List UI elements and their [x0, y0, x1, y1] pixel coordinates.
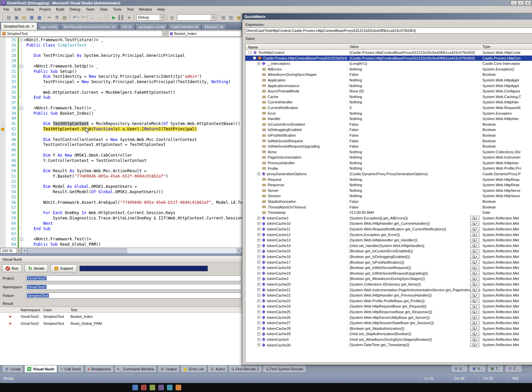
watch-row[interactable]: +tokenCache22{System.Web.IHttpHandler ge… [245, 293, 532, 298]
watch-row[interactable]: +tokenCache14{Void set_Handler(System.We… [245, 243, 532, 249]
code-text[interactable]: Dim Y As New OMSK1.Omsk.CabController [24, 153, 242, 158]
code-text[interactable]: Dim Result As System.Web.Mvc.ActionResul… [24, 169, 242, 174]
collapse-icon[interactable]: - [253, 57, 256, 60]
close-icon[interactable]: ✕ [32, 25, 34, 28]
grid-col-value[interactable]: Value [347, 44, 480, 50]
collapse-toggle-icon[interactable]: - [20, 39, 23, 42]
breakpoint-margin[interactable] [0, 153, 6, 158]
watch-row[interactable]: ProfileNothingSystem.Web.Profile.Pro [245, 166, 532, 171]
expand-icon[interactable]: + [257, 217, 260, 220]
expand-icon[interactable]: + [257, 272, 260, 275]
tab-right-1[interactable]: ▤S... [451, 365, 468, 372]
doc-tab-app-config[interactable]: app.config [38, 23, 61, 30]
breakpoint-margin[interactable] [0, 158, 6, 164]
breakpoint-margin[interactable] [0, 190, 6, 195]
watch-row[interactable]: AllowAsyncDuringSyncStagesFalseBoolean [245, 72, 532, 77]
watch-row[interactable]: +tokenCache15{Boolean get_IsCustomErrorE… [245, 248, 532, 254]
watch-row[interactable]: IsWebSocketRequestFalseBoolean [245, 138, 532, 144]
minimize-button[interactable]: ─ [511, 1, 517, 5]
menu-project[interactable]: Project [37, 6, 53, 12]
expand-icon[interactable]: + [257, 244, 260, 247]
watch-row[interactable]: +tokenCache20{System.Collections.IDictio… [245, 282, 532, 287]
fixture-input[interactable]: SimplestTest [26, 293, 241, 299]
breakpoint-margin[interactable] [0, 163, 6, 169]
expand-icon[interactable]: + [257, 343, 260, 346]
menu-data[interactable]: Data [97, 6, 110, 12]
watch-row[interactable]: +tokenCache21{System.Web.Instrumentation… [245, 287, 532, 293]
watch-row[interactable]: CacheNothingSystem.Web.Caching.C [245, 94, 532, 100]
watch-row[interactable]: AsyncPreloadModeNone {0}System.Web.Confi… [245, 88, 532, 94]
collapse-toggle-icon[interactable]: - [20, 238, 23, 241]
menu-team[interactable]: Team [83, 6, 97, 12]
menu-tools[interactable]: Tools [110, 6, 124, 12]
visualizer-button[interactable]: ▾ [470, 216, 479, 220]
code-text[interactable]: TestPrincipal = New Security.Principal.G… [24, 79, 242, 85]
editor-hscrollbar[interactable]: 100 % ▾ ◂ ▸ [0, 247, 242, 253]
outlining-margin[interactable]: - [19, 64, 24, 69]
menu-build[interactable]: Build [54, 6, 67, 12]
visualizer-button[interactable]: ▾ [470, 332, 479, 336]
grid-col-type[interactable]: Type [480, 44, 532, 50]
expand-icon[interactable]: + [257, 62, 260, 65]
visualizer-button[interactable]: ▾ [470, 227, 479, 231]
code-editor[interactable]: 25-<NUnit.Framework.TestFixture()> _26 P… [0, 38, 242, 247]
maximize-button[interactable]: □ [518, 1, 524, 5]
breakpoint-margin[interactable] [0, 116, 6, 121]
watch-row[interactable]: ErrorNothingSystem.Exception [245, 111, 532, 116]
watch-row[interactable]: IsPostNotificationFalseBoolean [245, 133, 532, 138]
breakpoint-margin[interactable] [0, 132, 6, 137]
code-text[interactable] [24, 116, 242, 121]
code-text[interactable]: TestHttpContext.Stub(Function(x) x.User)… [24, 127, 242, 132]
doc-tab-mvcresultextensionfunction-vb[interactable]: MvcResultExtensionFunction.vb [61, 23, 119, 30]
find-in-files-icon[interactable]: ▥ [219, 14, 227, 21]
breakpoint-margin[interactable] [0, 79, 6, 85]
collapse-toggle-icon[interactable]: - [20, 107, 23, 110]
dialog-titlebar[interactable]: QuickWatch [242, 14, 532, 20]
chevron-down-icon[interactable]: ▾ [162, 31, 167, 36]
code-text[interactable]: TestControllerContext.HttpContext = Test… [24, 142, 242, 148]
breakpoint-margin[interactable] [0, 53, 6, 59]
tab-breakpoints[interactable]: ●Breakpoints [85, 365, 114, 373]
expand-icon[interactable]: + [257, 322, 260, 325]
chevron-down-icon[interactable]: ▾ [85, 16, 87, 19]
doc-tab-packages-config[interactable]: packages.config [135, 23, 168, 30]
zoom-selector[interactable]: 100 % ▾ [0, 248, 22, 253]
code-text[interactable]: End Sub [24, 226, 242, 232]
visualizer-button[interactable]: ▾ [470, 326, 479, 330]
code-text[interactable]: Public Sub Basket_Index() [24, 111, 242, 116]
visualizer-button[interactable]: ▾ [470, 299, 479, 303]
code-text[interactable]: Dim TestHttpContext = MockRepository.Gen… [24, 121, 242, 127]
code-text[interactable]: Dim TestIdentity = New Security.Principa… [24, 74, 242, 79]
member-dropdown[interactable]: Basket_Index [168, 31, 241, 37]
expand-icon[interactable]: + [257, 311, 260, 314]
close-button[interactable]: × [525, 1, 531, 5]
expand-icon[interactable]: + [257, 228, 260, 231]
visualizer-button[interactable]: ▾ [470, 232, 479, 237]
breakpoint-margin[interactable] [0, 38, 6, 43]
scroll-right-button[interactable]: ▸ [236, 248, 242, 253]
watch-row[interactable]: ItemsNothingSystem.Collections.IDic [245, 149, 532, 155]
taskbar-app-icon[interactable] [176, 385, 181, 390]
collapse-icon[interactable]: - [249, 51, 252, 54]
code-text[interactable] [24, 148, 242, 153]
expand-icon[interactable]: + [257, 239, 260, 242]
watch-row[interactable]: +__interceptors{Length=1}Castle.Core.Int… [245, 61, 532, 66]
visualizer-button[interactable]: ▾ [470, 221, 479, 226]
code-text[interactable]: Dim Model As Global.OMSK1.AspnetUsers = [24, 184, 242, 190]
visualizer-button[interactable]: ▾ [470, 238, 479, 242]
breakpoint-margin[interactable] [0, 74, 6, 79]
watch-row[interactable]: SkipAuthorizationFalseBoolean [245, 199, 532, 204]
doc-tab-module1-vb[interactable]: Module1.vb [201, 23, 226, 30]
breakpoint-margin[interactable] [0, 231, 6, 237]
breakpoint-margin[interactable] [0, 69, 6, 74]
code-text[interactable]: <NUnit.Framework.Test()> _ [24, 106, 242, 111]
watch-row[interactable]: ApplicationInstanceNothingSystem.Web.Htt… [245, 83, 532, 89]
breakpoint-margin[interactable] [0, 237, 6, 242]
expand-icon[interactable]: + [257, 283, 260, 286]
code-text[interactable]: <NUnit.Framework.TestFixture()> _ [24, 38, 242, 43]
expand-icon[interactable]: + [257, 261, 260, 264]
menu-debug[interactable]: Debug [67, 6, 83, 12]
run-button[interactable]: Run [2, 264, 22, 272]
solution-explorer-icon[interactable]: ▣ [235, 14, 242, 21]
code-text[interactable]: Dim TestPrincipal As System.Security.Pri… [24, 53, 242, 59]
